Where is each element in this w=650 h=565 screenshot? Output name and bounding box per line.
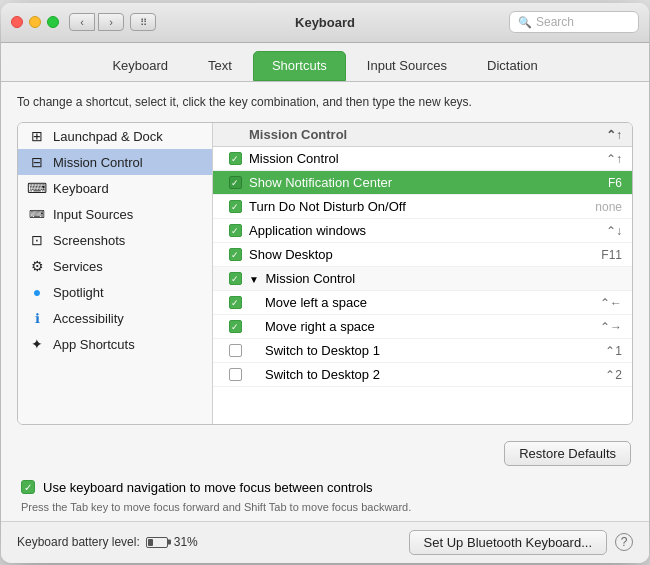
shortcut-name-show-desktop: Show Desktop <box>247 247 572 262</box>
check-group[interactable] <box>223 272 247 285</box>
check-move-left[interactable] <box>223 296 247 309</box>
checkbox-switch-desktop-1[interactable] <box>229 344 242 357</box>
sidebar-item-accessibility[interactable]: ℹ Accessibility <box>18 305 212 331</box>
shortcut-name-mission-control: Mission Control <box>247 151 572 166</box>
close-button[interactable] <box>11 16 23 28</box>
sidebar-label-screenshots: Screenshots <box>53 233 125 248</box>
maximize-button[interactable] <box>47 16 59 28</box>
tab-keyboard[interactable]: Keyboard <box>93 51 187 81</box>
shortcut-row-group-mission-control: ▼ Mission Control <box>213 267 632 291</box>
shortcut-row-switch-desktop-2[interactable]: Switch to Desktop 2 ⌃2 <box>213 363 632 387</box>
services-icon: ⚙ <box>28 257 46 275</box>
shortcut-row-do-not-disturb[interactable]: Turn Do Not Disturb On/Off none <box>213 195 632 219</box>
shortcut-row-app-windows[interactable]: Application windows ⌃↓ <box>213 219 632 243</box>
check-show-notification[interactable] <box>223 176 247 189</box>
tab-dictation[interactable]: Dictation <box>468 51 557 81</box>
tab-shortcuts[interactable]: Shortcuts <box>253 51 346 81</box>
checkbox-app-windows[interactable] <box>229 224 242 237</box>
battery-percent: 31% <box>174 535 198 549</box>
nav-checkbox-label: Use keyboard navigation to move focus be… <box>43 480 373 495</box>
shortcut-row-move-left[interactable]: Move left a space ⌃← <box>213 291 632 315</box>
shortcut-key-switch-desktop-2: ⌃2 <box>572 368 622 382</box>
back-button[interactable]: ‹ <box>69 13 95 31</box>
keyboard-icon: ⌨ <box>28 179 46 197</box>
checkbox-do-not-disturb[interactable] <box>229 200 242 213</box>
check-move-right[interactable] <box>223 320 247 333</box>
checkbox-mission-control[interactable] <box>229 152 242 165</box>
bluetooth-button[interactable]: Set Up Bluetooth Keyboard... <box>409 530 607 555</box>
checkbox-switch-desktop-2[interactable] <box>229 368 242 381</box>
header-key-col: ⌃↑ <box>572 128 622 142</box>
shortcut-name-switch-desktop-2: Switch to Desktop 2 <box>247 367 572 382</box>
screenshots-icon: ⊡ <box>28 231 46 249</box>
help-button[interactable]: ? <box>615 533 633 551</box>
restore-row: Restore Defaults <box>17 441 633 466</box>
accessibility-icon: ℹ <box>28 309 46 327</box>
main-window: ‹ › ⠿ Keyboard 🔍 Search Keyboard Text Sh… <box>1 3 649 563</box>
window-title: Keyboard <box>295 15 355 30</box>
header-name-col: Mission Control <box>247 127 572 142</box>
sidebar-label-keyboard: Keyboard <box>53 181 109 196</box>
battery-fill <box>148 539 153 546</box>
sidebar: ⊞ Launchpad & Dock ⊟ Mission Control ⌨ K… <box>18 123 213 423</box>
search-box[interactable]: 🔍 Search <box>509 11 639 33</box>
battery-label: Keyboard battery level: <box>17 535 140 549</box>
tab-input-sources[interactable]: Input Sources <box>348 51 466 81</box>
shortcut-name-app-windows: Application windows <box>247 223 572 238</box>
titlebar: ‹ › ⠿ Keyboard 🔍 Search <box>1 3 649 43</box>
forward-button[interactable]: › <box>98 13 124 31</box>
shortcut-row-mission-control[interactable]: Mission Control ⌃↑ <box>213 147 632 171</box>
launchpad-icon: ⊞ <box>28 127 46 145</box>
check-show-desktop[interactable] <box>223 248 247 261</box>
checkbox-move-right[interactable] <box>229 320 242 333</box>
shortcut-row-show-notification[interactable]: Show Notification Center F6 <box>213 171 632 195</box>
shortcut-row-switch-desktop-1[interactable]: Switch to Desktop 1 ⌃1 <box>213 339 632 363</box>
minimize-button[interactable] <box>29 16 41 28</box>
sidebar-item-spotlight[interactable]: ● Spotlight <box>18 279 212 305</box>
shortcut-row-move-right[interactable]: Move right a space ⌃→ <box>213 315 632 339</box>
check-switch-desktop-2[interactable] <box>223 368 247 381</box>
traffic-lights <box>11 16 59 28</box>
group-label: Mission Control <box>266 271 356 286</box>
sidebar-item-launchpad-dock[interactable]: ⊞ Launchpad & Dock <box>18 123 212 149</box>
battery-info: Keyboard battery level: 31% <box>17 535 198 549</box>
sidebar-label-app-shortcuts: App Shortcuts <box>53 337 135 352</box>
bottom-area: Restore Defaults Use keyboard navigation… <box>17 425 633 521</box>
shortcut-key-show-notification: F6 <box>572 176 622 190</box>
nav-checkbox-row: Use keyboard navigation to move focus be… <box>17 474 633 497</box>
group-triangle-icon: ▼ <box>249 274 259 285</box>
description-text: To change a shortcut, select it, click t… <box>17 94 633 111</box>
checkbox-group[interactable] <box>229 272 242 285</box>
checkbox-show-desktop[interactable] <box>229 248 242 261</box>
shortcut-name-move-left: Move left a space <box>247 295 572 310</box>
sidebar-item-input-sources[interactable]: ⌨ Input Sources <box>18 201 212 227</box>
sidebar-item-screenshots[interactable]: ⊡ Screenshots <box>18 227 212 253</box>
sidebar-label-input-sources: Input Sources <box>53 207 133 222</box>
shortcut-name-do-not-disturb: Turn Do Not Disturb On/Off <box>247 199 572 214</box>
checkbox-move-left[interactable] <box>229 296 242 309</box>
mission-control-icon: ⊟ <box>28 153 46 171</box>
shortcut-key-switch-desktop-1: ⌃1 <box>572 344 622 358</box>
sidebar-label-accessibility: Accessibility <box>53 311 124 326</box>
sidebar-label-spotlight: Spotlight <box>53 285 104 300</box>
shortcuts-panel: Mission Control ⌃↑ Show Notification Cen… <box>213 147 632 423</box>
check-do-not-disturb[interactable] <box>223 200 247 213</box>
sidebar-item-mission-control[interactable]: ⊟ Mission Control <box>18 149 212 175</box>
shortcut-name-switch-desktop-1: Switch to Desktop 1 <box>247 343 572 358</box>
shortcut-row-show-desktop[interactable]: Show Desktop F11 <box>213 243 632 267</box>
sidebar-item-keyboard[interactable]: ⌨ Keyboard <box>18 175 212 201</box>
restore-defaults-button[interactable]: Restore Defaults <box>504 441 631 466</box>
check-app-windows[interactable] <box>223 224 247 237</box>
content-area: To change a shortcut, select it, click t… <box>1 82 649 521</box>
tab-text[interactable]: Text <box>189 51 251 81</box>
nav-checkbox[interactable] <box>21 480 35 494</box>
grid-button[interactable]: ⠿ <box>130 13 156 31</box>
shortcut-key-move-right: ⌃→ <box>572 320 622 334</box>
sidebar-item-services[interactable]: ⚙ Services <box>18 253 212 279</box>
sidebar-item-app-shortcuts[interactable]: ✦ App Shortcuts <box>18 331 212 357</box>
check-switch-desktop-1[interactable] <box>223 344 247 357</box>
check-mission-control[interactable] <box>223 152 247 165</box>
battery-icon <box>146 537 168 548</box>
search-icon: 🔍 <box>518 16 532 29</box>
checkbox-show-notification[interactable] <box>229 176 242 189</box>
